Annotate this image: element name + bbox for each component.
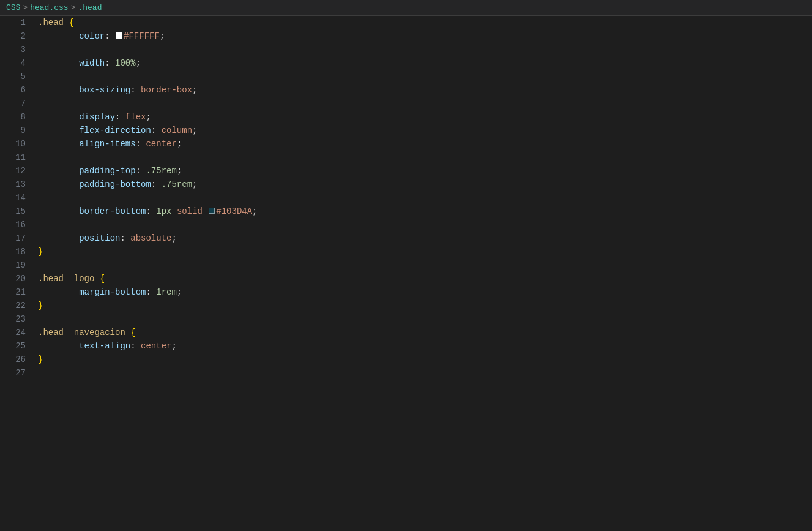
- code-line: 27: [0, 366, 812, 380]
- token-property: color: [79, 31, 105, 41]
- token-property: border-bottom: [79, 206, 146, 216]
- token-space: [151, 287, 156, 297]
- token-brace: {: [130, 328, 135, 337]
- code-line: 17 position: absolute;: [0, 232, 812, 245]
- token-indent: [38, 31, 79, 41]
- line-content[interactable]: }: [35, 299, 812, 312]
- code-line: 12 padding-top: .75rem;: [0, 164, 812, 178]
- line-content[interactable]: border-bottom: 1px solid #103D4A;: [35, 205, 812, 218]
- line-number: 15: [2, 205, 35, 218]
- token-value-color: #FFFFFF: [124, 31, 160, 41]
- line-number: 12: [2, 164, 35, 178]
- code-editor: 1.head {2 color: #FFFFFF;34 width: 100%;…: [0, 16, 812, 380]
- token-colon: :: [105, 31, 110, 41]
- color-swatch: [209, 208, 215, 214]
- token-value-unit: .75rem: [146, 166, 176, 176]
- line-number: 16: [2, 218, 35, 232]
- line-content[interactable]: .head {: [35, 16, 812, 29]
- code-line: 9 flex-direction: column;: [0, 124, 812, 137]
- code-line: 15 border-bottom: 1px solid #103D4A;: [0, 205, 812, 218]
- line-number: 11: [2, 151, 35, 164]
- token-colon: :: [151, 179, 156, 189]
- token-indent: [38, 287, 79, 297]
- token-selector: .head__logo: [38, 274, 94, 284]
- code-line: 6 box-sizing: border-box;: [0, 83, 812, 97]
- line-number: 23: [2, 312, 35, 326]
- code-line: 21 margin-bottom: 1rem;: [0, 285, 812, 299]
- token-space: [110, 31, 115, 41]
- line-content[interactable]: margin-bottom: 1rem;: [35, 285, 812, 299]
- code-line: 22}: [0, 299, 812, 312]
- token-colon: :: [136, 166, 141, 176]
- code-line: 16: [0, 218, 812, 232]
- token-colon: :: [105, 58, 110, 68]
- token-brace: {: [69, 18, 73, 28]
- line-number: 26: [2, 353, 35, 366]
- line-content[interactable]: .head__navegacion {: [35, 326, 812, 339]
- token-indent: [38, 166, 79, 176]
- line-content[interactable]: padding-bottom: .75rem;: [35, 178, 812, 191]
- breadcrumb-file: head.css: [30, 3, 68, 12]
- token-brace: }: [38, 301, 43, 311]
- line-number: 2: [2, 29, 35, 43]
- line-number: 3: [2, 43, 35, 56]
- token-space: [120, 112, 125, 122]
- token-colon: :: [151, 126, 156, 135]
- breadcrumb-css: CSS: [6, 3, 20, 12]
- token-indent: [38, 58, 79, 68]
- code-line: 26}: [0, 353, 812, 366]
- code-line: 2 color: #FFFFFF;: [0, 29, 812, 43]
- code-line: 11: [0, 151, 812, 164]
- line-content[interactable]: display: flex;: [35, 110, 812, 124]
- line-content[interactable]: }: [35, 353, 812, 366]
- line-content[interactable]: .head__logo {: [35, 272, 812, 285]
- token-property: width: [79, 58, 105, 68]
- line-number: 4: [2, 56, 35, 70]
- code-line: 7: [0, 97, 812, 110]
- token-semi: ;: [192, 85, 197, 95]
- token-semi: ;: [192, 126, 197, 135]
- token-property: box-sizing: [79, 85, 130, 95]
- line-number: 20: [2, 272, 35, 285]
- token-value-unit: 1rem: [156, 287, 177, 297]
- code-line: 10 align-items: center;: [0, 137, 812, 151]
- line-content[interactable]: box-sizing: border-box;: [35, 83, 812, 97]
- token-semi: ;: [136, 58, 141, 68]
- token-semi: ;: [146, 112, 151, 122]
- token-indent: [38, 139, 79, 149]
- token-semi: ;: [177, 166, 182, 176]
- token-value-kw: absolute: [130, 233, 171, 243]
- token-indent: [38, 126, 79, 135]
- code-line: 8 display: flex;: [0, 110, 812, 124]
- code-line: 24.head__navegacion {: [0, 326, 812, 339]
- token-property: align-items: [79, 139, 135, 149]
- code-line: 25 text-align: center;: [0, 339, 812, 353]
- color-swatch: [116, 32, 122, 39]
- code-line: 5: [0, 70, 812, 83]
- token-colon: :: [130, 85, 135, 95]
- line-number: 6: [2, 83, 35, 97]
- line-content[interactable]: color: #FFFFFF;: [35, 29, 812, 43]
- token-value-kw: border-box: [141, 85, 192, 95]
- token-indent: [38, 112, 79, 122]
- line-content[interactable]: position: absolute;: [35, 232, 812, 245]
- token-property: display: [79, 112, 115, 122]
- breadcrumb-bar: CSS > head.css > .head: [0, 0, 812, 16]
- line-content[interactable]: padding-top: .75rem;: [35, 164, 812, 178]
- code-line: 1.head {: [0, 16, 812, 29]
- token-semi: ;: [171, 341, 176, 351]
- line-number: 17: [2, 232, 35, 245]
- token-property: padding-top: [79, 166, 135, 176]
- line-content[interactable]: width: 100%;: [35, 56, 812, 70]
- token-value-kw: solid: [177, 206, 203, 216]
- line-content[interactable]: align-items: center;: [35, 137, 812, 151]
- line-content[interactable]: text-align: center;: [35, 339, 812, 353]
- line-content[interactable]: flex-direction: column;: [35, 124, 812, 137]
- line-content[interactable]: }: [35, 245, 812, 258]
- token-space: [171, 206, 176, 216]
- token-indent: [38, 233, 79, 243]
- code-line: 18}: [0, 245, 812, 258]
- breadcrumb-sep1: >: [23, 3, 28, 12]
- breadcrumb-sep2: >: [71, 3, 76, 12]
- code-line: 23: [0, 312, 812, 326]
